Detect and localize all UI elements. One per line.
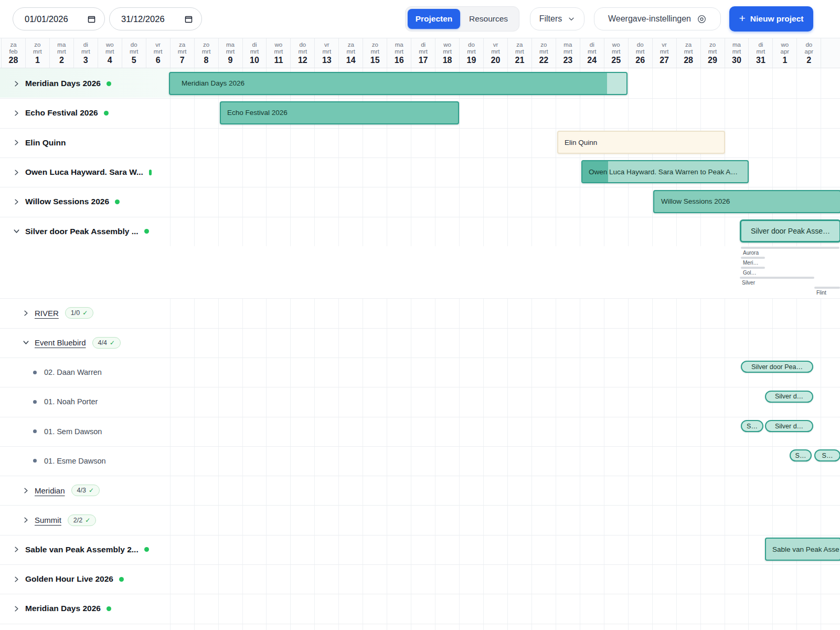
- task-pill-label: Silver d…: [775, 423, 803, 430]
- chevron-right-icon[interactable]: [13, 109, 20, 117]
- view-settings-button[interactable]: Weergave-instellingen: [594, 7, 721, 30]
- gantt-bar[interactable]: Meridian Days 2026: [169, 72, 628, 95]
- month-label: mrt: [653, 48, 676, 55]
- task-pill[interactable]: S…: [741, 420, 763, 432]
- task-pill[interactable]: S…: [814, 449, 840, 461]
- day-cell: womrt18: [435, 38, 459, 68]
- day-of-week-label: wo: [773, 41, 796, 48]
- chevron-right-icon[interactable]: [13, 605, 20, 613]
- sidebar-row[interactable]: Echo Festival 2026: [0, 98, 169, 128]
- chevron-right-icon[interactable]: [13, 575, 20, 583]
- day-cell: mamrt16: [387, 38, 411, 68]
- day-cell: zamrt14: [338, 38, 363, 68]
- day-of-week-label: zo: [195, 41, 218, 48]
- day-cell: woapr1: [772, 38, 796, 68]
- status-dot: [115, 200, 120, 204]
- day-of-week-label: zo: [701, 41, 725, 48]
- month-label: mrt: [411, 48, 435, 55]
- month-label: mrt: [122, 48, 146, 55]
- day-of-week-label: ma: [50, 41, 73, 48]
- filters-button[interactable]: Filters: [530, 7, 584, 30]
- task-pill[interactable]: Silver door Pea…: [741, 361, 813, 373]
- sidebar-row[interactable]: Summit2/2✓: [0, 505, 169, 534]
- sidebar-row[interactable]: Event Bluebird4/4✓: [0, 328, 169, 358]
- chevron-down-icon[interactable]: [13, 227, 20, 235]
- chevron-right-icon[interactable]: [13, 139, 20, 146]
- day-of-week-label: za: [677, 41, 700, 48]
- month-label: mrt: [243, 48, 267, 55]
- sidebar-row[interactable]: Golden Hour Live 2026: [0, 564, 169, 594]
- chevron-right-icon[interactable]: [13, 545, 20, 553]
- chevron-right-icon[interactable]: [13, 80, 20, 88]
- sidebar-row[interactable]: Meridian4/3✓: [0, 476, 169, 505]
- day-of-week-label: za: [339, 41, 363, 48]
- chevron-right-icon[interactable]: [13, 198, 20, 206]
- new-project-button[interactable]: + Nieuw project: [729, 6, 813, 32]
- day-of-week-label: do: [460, 41, 483, 48]
- chevron-right-icon[interactable]: [13, 169, 20, 176]
- status-dot: [107, 81, 111, 86]
- sidebar-row[interactable]: Silver door Peak Assembly ...: [0, 217, 169, 246]
- row-label: RIVER: [35, 309, 59, 318]
- sidebar-row[interactable]: 01. Sem Dawson: [0, 417, 169, 446]
- grid-line: [435, 68, 435, 630]
- mini-task-line[interactable]: [740, 277, 814, 279]
- day-of-week-label: wo: [604, 41, 628, 48]
- view-settings-label: Weergave-instellingen: [608, 14, 691, 24]
- sidebar-row[interactable]: RIVER1/0✓: [0, 298, 169, 328]
- day-number-label: 16: [387, 56, 411, 65]
- sidebar-row[interactable]: Meridian Days 2026: [0, 69, 169, 98]
- mini-task-line[interactable]: [741, 267, 765, 269]
- mini-task-line[interactable]: [741, 247, 839, 249]
- task-bullet: [33, 400, 37, 404]
- sidebar-row[interactable]: Elin Quinn: [0, 128, 169, 158]
- timeline-header: zafeb28zomrt1mamrt2dimrt3womrt4domrt5vrm…: [0, 38, 840, 68]
- day-cell: mamrt30: [725, 38, 749, 68]
- gantt-bar[interactable]: Owen Luca Hayward. Sara Warren to Peak A…: [581, 160, 749, 183]
- sidebar-row[interactable]: 01. Esme Dawson: [0, 446, 169, 476]
- calendar-icon[interactable]: [87, 15, 96, 24]
- mini-task-line[interactable]: [814, 287, 840, 289]
- date-to-input[interactable]: 31/12/2026: [109, 7, 202, 30]
- sidebar-row[interactable]: 02. Daan Warren: [0, 358, 169, 387]
- grid-line: [170, 68, 171, 630]
- day-cell: mamrt23: [556, 38, 580, 68]
- row-separator: [0, 624, 840, 624]
- grid-line: [748, 68, 749, 630]
- task-pill[interactable]: S…: [790, 449, 812, 461]
- gantt-bar[interactable]: Elin Quinn: [557, 131, 725, 154]
- gantt-bar[interactable]: Silver door Peak Asse…: [740, 219, 840, 243]
- chevron-right-icon[interactable]: [22, 516, 30, 524]
- day-cell: womrt25: [604, 38, 628, 68]
- mini-task-label: Gol…: [743, 270, 757, 276]
- gantt-bar[interactable]: Echo Festival 2026: [220, 101, 459, 124]
- sidebar-row[interactable]: 01. Noah Porter: [0, 387, 169, 416]
- day-number-label: 11: [267, 56, 290, 65]
- row-label: Echo Festival 2026: [25, 108, 98, 118]
- row-label: Golden Hour Live 2026: [25, 574, 113, 584]
- day-cell: dimrt10: [242, 38, 267, 68]
- day-of-week-label: do: [797, 41, 821, 48]
- gantt-bar[interactable]: Willow Sessions 2026: [653, 190, 840, 213]
- sidebar-row[interactable]: Willow Sessions 2026: [0, 187, 169, 216]
- day-of-week-label: vr: [653, 41, 676, 48]
- chevron-down-icon[interactable]: [22, 339, 30, 346]
- gantt-bar[interactable]: Sable van Peak Asse: [765, 538, 840, 561]
- month-label: mrt: [291, 48, 314, 55]
- row-label: 01. Sem Dawson: [44, 427, 102, 436]
- mini-task-line[interactable]: [741, 257, 765, 259]
- calendar-icon[interactable]: [184, 15, 193, 24]
- tab-projecten[interactable]: Projecten: [408, 9, 460, 29]
- chevron-right-icon[interactable]: [22, 487, 30, 495]
- day-of-week-label: wo: [435, 41, 459, 48]
- sidebar-row[interactable]: Sable van Peak Assembly 2...: [0, 535, 169, 564]
- tab-resources[interactable]: Resources: [460, 9, 517, 29]
- sidebar-row[interactable]: Meridian Days 2026: [0, 594, 169, 623]
- badge-count: 2/2: [73, 517, 82, 524]
- month-label: mrt: [508, 48, 531, 55]
- task-pill[interactable]: Silver d…: [765, 391, 813, 403]
- chevron-right-icon[interactable]: [22, 309, 30, 317]
- task-pill[interactable]: Silver d…: [765, 420, 813, 432]
- date-from-input[interactable]: 01/01/2026: [13, 7, 105, 30]
- sidebar-row[interactable]: Owen Luca Hayward. Sara W...: [0, 158, 169, 187]
